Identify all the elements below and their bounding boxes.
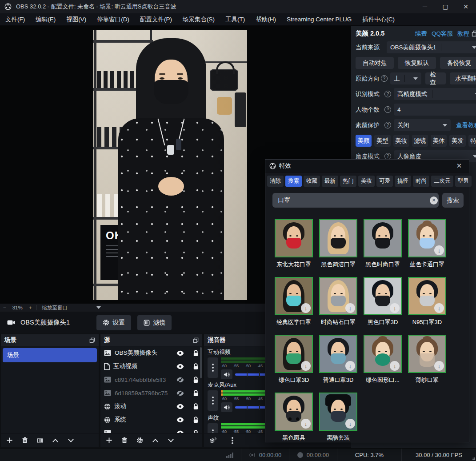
source-row[interactable] bbox=[100, 426, 202, 433]
effects-tab-时尚[interactable]: 时尚 bbox=[413, 176, 429, 187]
menu-item-停靠窗口D[interactable]: 停靠窗口(D) bbox=[92, 13, 135, 26]
effect-thumbnail[interactable]: ↓ bbox=[364, 277, 402, 315]
filters-button[interactable]: 滤镜 bbox=[137, 315, 172, 330]
source-row[interactable]: 系统 bbox=[100, 413, 202, 426]
source-select-dropdown[interactable]: OBS美颜摄像头1 bbox=[387, 41, 476, 53]
beauty-link-QQ客服[interactable]: QQ客服 bbox=[432, 30, 453, 38]
download-icon[interactable]: ↓ bbox=[301, 303, 311, 313]
help-icon[interactable]: ? bbox=[384, 106, 391, 113]
scene-list-item[interactable]: 场景 bbox=[3, 348, 97, 362]
search-input[interactable] bbox=[272, 193, 439, 208]
scrollbar[interactable] bbox=[200, 347, 202, 378]
download-icon[interactable]: ↓ bbox=[434, 361, 444, 371]
effect-item[interactable]: 黑色简洁口罩 bbox=[316, 219, 360, 269]
beauty-button-备份恢复[interactable]: 备份恢复 bbox=[440, 57, 476, 69]
beauty-tab-滤镜[interactable]: 滤镜 bbox=[412, 135, 428, 147]
lock-icon[interactable] bbox=[193, 363, 199, 370]
add-source-button[interactable] bbox=[106, 437, 112, 444]
help-icon[interactable]: ? bbox=[384, 122, 391, 128]
source-row[interactable]: OBS美颜摄像头 bbox=[100, 346, 202, 360]
add-scene-button[interactable] bbox=[6, 437, 13, 444]
beauty-tab-美型[interactable]: 美型 bbox=[374, 135, 390, 147]
download-icon[interactable]: ↓ bbox=[434, 245, 444, 255]
move-scene-up-button[interactable] bbox=[52, 438, 59, 443]
move-scene-down-button[interactable] bbox=[68, 438, 74, 443]
effect-item[interactable]: 黑色时尚口罩 bbox=[360, 219, 405, 269]
search-button[interactable]: 搜索 bbox=[442, 193, 464, 208]
popout-icon[interactable] bbox=[89, 337, 95, 343]
effect-item[interactable]: ↓普通口罩3D bbox=[316, 335, 360, 384]
clear-search-icon[interactable]: ✕ bbox=[430, 196, 438, 204]
beauty-tab-特效[interactable]: 特效 bbox=[468, 135, 476, 147]
effects-tab-清除[interactable]: 清除 bbox=[267, 176, 284, 187]
effect-item[interactable]: ↓蓝色卡通口罩 bbox=[405, 219, 449, 269]
dialog-close-button[interactable]: ✕ bbox=[453, 162, 465, 170]
effect-thumbnail[interactable] bbox=[364, 219, 402, 257]
effect-item[interactable]: 东北大花口罩 bbox=[272, 219, 316, 269]
effects-tab-最新[interactable]: 最新 bbox=[322, 176, 338, 187]
source-properties-button[interactable] bbox=[136, 437, 143, 444]
view-tutorial-link[interactable]: 查看教程 bbox=[456, 121, 476, 129]
effect-item[interactable]: ↓N95口罩3D bbox=[405, 277, 449, 326]
visibility-eye-icon[interactable] bbox=[176, 404, 184, 409]
track-menu-button[interactable] bbox=[208, 357, 218, 378]
visibility-eye-icon[interactable] bbox=[176, 350, 184, 356]
help-icon[interactable]: ? bbox=[381, 75, 388, 82]
visibility-eye-icon[interactable] bbox=[176, 364, 184, 369]
effects-tab-型男[interactable]: 型男 bbox=[455, 176, 472, 187]
help-icon[interactable]: ? bbox=[384, 153, 391, 160]
effect-thumbnail[interactable]: ↓ bbox=[319, 335, 357, 373]
download-icon[interactable]: ↓ bbox=[345, 361, 355, 371]
check-button[interactable]: 检查 bbox=[425, 72, 446, 84]
download-icon[interactable]: ↓ bbox=[390, 361, 400, 371]
effect-item[interactable]: ↓黑酷套装 bbox=[316, 393, 360, 442]
effect-item[interactable]: ↓绿色口罩3D bbox=[272, 335, 316, 384]
source-row[interactable]: 6d18859a5796bc75 bbox=[100, 386, 202, 400]
effects-tab-二次元[interactable]: 二次元 bbox=[431, 176, 453, 187]
beauty-button-恢复默认[interactable]: 恢复默认 bbox=[398, 57, 436, 69]
speaker-mute-button[interactable] bbox=[221, 369, 232, 379]
effect-thumbnail[interactable]: ↓ bbox=[275, 277, 313, 315]
menu-item-配置文件P[interactable]: 配置文件(P) bbox=[135, 13, 177, 26]
source-row[interactable]: c8917f4ebbfbfe5ff3 bbox=[100, 373, 202, 386]
beauty-tab-美颜[interactable]: 美颜 bbox=[356, 135, 372, 147]
beauty-tab-美发[interactable]: 美发 bbox=[449, 135, 465, 147]
track-menu-button[interactable] bbox=[208, 390, 218, 411]
download-icon[interactable]: ↓ bbox=[301, 361, 311, 371]
effect-thumbnail[interactable]: ↓ bbox=[319, 393, 357, 431]
lock-icon[interactable] bbox=[193, 430, 199, 433]
effect-thumbnail[interactable] bbox=[319, 219, 357, 257]
orientation-dropdown[interactable]: 上 bbox=[390, 72, 421, 84]
effect-item[interactable]: ↓薄纱口罩 bbox=[405, 335, 449, 384]
effect-item[interactable]: ↓绿色圆形口... bbox=[360, 335, 405, 384]
resize-grip[interactable] bbox=[472, 457, 475, 460]
effect-item[interactable]: ↓黑色口罩3D bbox=[360, 277, 405, 326]
move-source-up-button[interactable] bbox=[152, 438, 159, 443]
effect-thumbnail[interactable]: ↓ bbox=[319, 277, 357, 315]
menu-item-场景集合S[interactable]: 场景集合(S) bbox=[177, 13, 220, 26]
lock-icon[interactable] bbox=[193, 350, 199, 357]
menu-item-工具T[interactable]: 工具(T) bbox=[220, 13, 250, 26]
menu-item-文件F[interactable]: 文件(F) bbox=[0, 13, 30, 26]
effect-thumbnail[interactable]: ↓ bbox=[275, 393, 313, 431]
settings-button[interactable]: 设置 bbox=[96, 315, 131, 330]
download-icon[interactable]: ↓ bbox=[345, 419, 355, 429]
download-icon[interactable]: ↓ bbox=[390, 303, 400, 313]
popout-icon[interactable] bbox=[472, 30, 476, 37]
menu-item-帮助H[interactable]: 帮助(H) bbox=[250, 13, 281, 26]
lock-icon[interactable] bbox=[193, 403, 199, 410]
mixer-menu-button[interactable] bbox=[232, 440, 233, 441]
speaker-mute-button[interactable] bbox=[221, 402, 232, 412]
effects-dialog-titlebar[interactable]: 特效 ✕ bbox=[265, 160, 469, 172]
bare-face-protect-dropdown[interactable]: 关闭 bbox=[394, 119, 451, 131]
popout-icon[interactable] bbox=[193, 337, 199, 343]
beauty-link-教程[interactable]: 教程 bbox=[457, 30, 469, 38]
recognition-mode-dropdown[interactable]: 高精度模式 bbox=[394, 88, 476, 100]
source-row[interactable]: 滚动 bbox=[100, 400, 202, 413]
menu-item-插件中心C[interactable]: 插件中心(C) bbox=[357, 13, 400, 26]
effect-thumbnail[interactable]: ↓ bbox=[275, 335, 313, 373]
visibility-eye-icon[interactable] bbox=[176, 430, 184, 433]
beauty-button-自动对焦[interactable]: 自动对焦 bbox=[356, 57, 394, 69]
visibility-eye-icon[interactable] bbox=[176, 417, 184, 423]
help-icon[interactable]: ? bbox=[384, 91, 391, 97]
